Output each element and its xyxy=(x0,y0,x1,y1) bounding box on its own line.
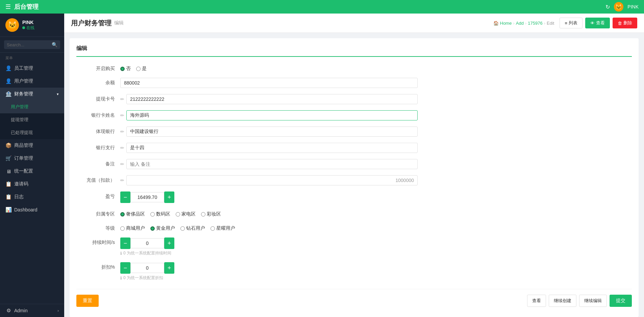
sidebar-item-staff[interactable]: 👤 员工管理 xyxy=(0,62,64,75)
category-appliance-radio[interactable] xyxy=(176,212,180,217)
sidebar-item-label: 财务管理 xyxy=(14,91,33,97)
page-subtitle: 编辑 xyxy=(114,20,124,26)
level-diamond-radio[interactable] xyxy=(180,226,185,231)
check-button[interactable]: 查看 xyxy=(527,295,546,307)
eye-icon: 👁 xyxy=(590,21,595,26)
recharge-input[interactable] xyxy=(126,175,418,185)
recharge-label: 充值（扣款） xyxy=(76,175,120,183)
config-icon: 🖥 xyxy=(5,168,11,174)
breadcrumb-edit: Edit xyxy=(547,21,554,26)
form-row-remark: 备注 ✏ xyxy=(76,159,632,169)
sidebar-item-invites[interactable]: 📋 邀请码 xyxy=(0,178,64,190)
sidebar-item-label: 商品管理 xyxy=(14,142,33,149)
open-buy-label: 开启购买 xyxy=(76,64,120,72)
sidebar-item-goods[interactable]: 📦 商品管理 xyxy=(0,139,64,152)
edit-icon[interactable]: ✏ xyxy=(120,113,124,118)
category-appliance[interactable]: 家电区 xyxy=(176,211,196,217)
level-star-radio[interactable] xyxy=(210,226,215,231)
form-row-duration: 持续时间/s − + ℹ 0 为统一系统配置持续时间 xyxy=(76,237,632,256)
breadcrumb-id[interactable]: 175976 xyxy=(528,21,542,26)
category-luxury[interactable]: 奢侈品区 xyxy=(120,211,145,217)
sidebar-item-orders[interactable]: 🛒 订单管理 xyxy=(0,152,64,165)
sidebar-item-config[interactable]: 🖥 统一配置 xyxy=(0,165,64,178)
refresh-icon[interactable]: ↻ xyxy=(605,4,610,10)
edit-icon[interactable]: ✏ xyxy=(120,145,124,151)
bank-input[interactable] xyxy=(126,127,418,137)
discount-hint: ℹ 0 为统一系统配置折扣 xyxy=(120,275,418,281)
profit-stepper: − + xyxy=(120,191,418,203)
sidebar-item-label: 日志 xyxy=(14,194,24,200)
open-buy-no-radio[interactable] xyxy=(120,67,125,71)
duration-minus-button[interactable]: − xyxy=(120,237,130,249)
open-buy-yes-option[interactable]: 是 xyxy=(136,66,147,72)
bank-name-input[interactable] xyxy=(126,110,418,120)
edit-icon[interactable]: ✏ xyxy=(120,96,124,102)
category-digital[interactable]: 数码区 xyxy=(150,211,170,217)
sidebar-item-admin[interactable]: ⚙ Admin › xyxy=(0,304,64,317)
list-icon: ≡ xyxy=(565,21,567,26)
remark-input[interactable] xyxy=(126,159,418,169)
level-mall-radio[interactable] xyxy=(120,226,125,231)
bank-name-label: 银行卡姓名 xyxy=(76,110,120,118)
open-buy-yes-radio[interactable] xyxy=(136,67,141,71)
category-digital-radio[interactable] xyxy=(150,212,155,217)
discount-minus-button[interactable]: − xyxy=(120,262,130,274)
submit-button[interactable]: 提交 xyxy=(610,295,632,307)
level-gold-radio[interactable] xyxy=(150,226,155,231)
profit-input[interactable] xyxy=(130,192,164,202)
balance-input[interactable] xyxy=(120,78,418,88)
form-row-discount: 折扣% − + ℹ 0 为统一系统配置折扣 xyxy=(76,262,632,281)
duration-control: − + ℹ 0 为统一系统配置持续时间 xyxy=(120,237,418,256)
page-header-left: 用户财务管理 编辑 xyxy=(71,19,124,28)
duration-plus-button[interactable]: + xyxy=(164,237,174,249)
submenu-label: 提现管理 xyxy=(11,117,28,123)
sidebar-item-finance[interactable]: 🏦 财务管理 ▾ xyxy=(0,88,64,100)
continue-create-button[interactable]: 继续创建 xyxy=(549,295,576,307)
header-right: ↻ 🐱 PINK xyxy=(605,2,639,12)
staff-icon: 👤 xyxy=(5,65,11,71)
reset-button[interactable]: 重置 xyxy=(76,295,99,307)
edit-icon[interactable]: ✏ xyxy=(120,178,124,183)
discount-plus-button[interactable]: + xyxy=(164,262,174,274)
form-footer: 重置 查看 继续创建 继续编辑 提交 xyxy=(76,289,632,307)
bank-branch-input[interactable] xyxy=(126,143,418,153)
sidebar-item-finance-processed[interactable]: 已处理提现 xyxy=(0,126,64,139)
level-mall[interactable]: 商城用户 xyxy=(120,225,145,231)
delete-button[interactable]: 🗑 删除 xyxy=(613,18,637,28)
view-button[interactable]: 👁 查看 xyxy=(585,18,610,28)
list-button[interactable]: ≡ 列表 xyxy=(560,18,583,28)
sidebar-item-finance-users[interactable]: 用户管理 xyxy=(0,100,64,113)
breadcrumb-home[interactable]: Home xyxy=(500,21,512,26)
duration-input[interactable] xyxy=(130,238,164,248)
discount-input[interactable] xyxy=(130,263,164,273)
sidebar-item-label: 员工管理 xyxy=(14,65,33,71)
sidebar-item-dashboard[interactable]: 📊 Dashboard xyxy=(0,203,64,216)
submenu-label: 已处理提现 xyxy=(11,130,33,136)
search-input[interactable] xyxy=(7,42,50,47)
search-wrapper: 🔍 xyxy=(4,40,60,49)
bank-label: 体现银行 xyxy=(76,127,120,135)
category-cosmetics[interactable]: 彩妆区 xyxy=(201,211,221,217)
withdraw-card-input[interactable] xyxy=(126,94,418,104)
withdraw-card-control: ✏ xyxy=(120,94,418,104)
sidebar-item-label: 邀请码 xyxy=(14,181,28,187)
level-gold[interactable]: 黄金用户 xyxy=(150,225,175,231)
category-luxury-radio[interactable] xyxy=(120,212,125,217)
level-diamond[interactable]: 钻石用户 xyxy=(180,225,205,231)
category-cosmetics-radio[interactable] xyxy=(201,212,205,217)
sidebar-item-logs[interactable]: 📋 日志 xyxy=(0,190,64,203)
open-buy-no-option[interactable]: 否 xyxy=(120,66,131,72)
menu-toggle-icon[interactable]: ☰ xyxy=(5,3,11,10)
breadcrumb-add[interactable]: Add xyxy=(516,21,524,26)
category-control: 奢侈品区 数码区 家电区 彩妆区 xyxy=(120,209,418,217)
sidebar-item-finance-withdraw[interactable]: 提现管理 xyxy=(0,113,64,126)
form-row-balance: 余额 xyxy=(76,78,632,88)
level-star[interactable]: 星曜用户 xyxy=(210,225,235,231)
remark-control: ✏ xyxy=(120,159,418,169)
edit-icon[interactable]: ✏ xyxy=(120,161,124,167)
continue-edit-button[interactable]: 继续编辑 xyxy=(579,295,607,307)
sidebar-item-users[interactable]: 👤 用户管理 xyxy=(0,75,64,88)
profit-minus-button[interactable]: − xyxy=(120,191,130,203)
profit-plus-button[interactable]: + xyxy=(164,191,174,203)
edit-icon[interactable]: ✏ xyxy=(120,129,124,134)
